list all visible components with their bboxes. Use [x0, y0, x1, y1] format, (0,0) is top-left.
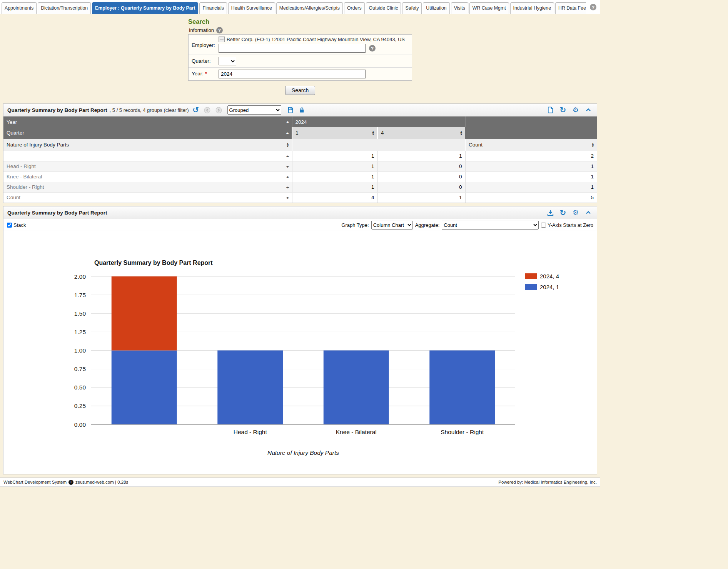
tab-orders[interactable]: Orders — [344, 2, 365, 14]
yaxis-zero-checkbox[interactable] — [541, 223, 546, 228]
row-label: Head - Right — [7, 163, 36, 169]
year-input[interactable] — [219, 70, 366, 78]
tab-appointments[interactable]: Appointments — [2, 2, 37, 14]
chart-panel: Quarterly Summary by Body Part Report ↻ … — [3, 206, 597, 474]
help-icon[interactable]: ? — [590, 4, 596, 10]
row-count-value: 1 — [465, 161, 597, 171]
legend-swatch — [525, 273, 537, 279]
app: AppointmentsDictation/TranscriptionEmplo… — [0, 0, 600, 487]
next-page-icon — [214, 105, 224, 115]
quarter-4-header: 4 — [381, 130, 384, 136]
column-handle-icon[interactable]: ◂▸ — [286, 120, 289, 124]
row-count-value: 1 — [465, 182, 597, 192]
column-handle-icon[interactable]: ◂▸ — [286, 185, 289, 189]
gear-icon[interactable]: ⚙ — [571, 208, 580, 217]
legend-label: 2024, 4 — [540, 273, 559, 280]
legend-swatch — [525, 284, 537, 290]
graph-type-select[interactable]: Column Chart — [371, 221, 413, 230]
table-row: ◂▸112 — [3, 151, 597, 161]
tab-safety[interactable]: Safety — [402, 2, 422, 14]
bar-segment — [429, 351, 495, 425]
remove-employer-button[interactable]: — — [219, 37, 225, 42]
x-category-label: Shoulder - Right — [441, 429, 484, 435]
row-q1-value: 1 — [292, 161, 377, 171]
bar-segment — [112, 351, 177, 425]
tab-industrial-hygiene[interactable]: Industrial Hygiene — [510, 2, 554, 14]
column-handle-icon[interactable]: ◂▸ — [286, 154, 289, 158]
tab-hr-data-feed[interactable]: HR Data Feed — [555, 2, 586, 14]
column-handle-icon[interactable]: ◂▸ — [286, 175, 289, 179]
information-label: Information — [189, 27, 214, 33]
yaxis-zero-toggle[interactable]: Y-Axis Starts at Zero — [541, 222, 593, 228]
aggregate-select[interactable]: Count — [442, 221, 539, 230]
quarter-group-row: Quarter◂▸ 1▴▾ 4▴▾ — [3, 127, 597, 139]
tabs: AppointmentsDictation/TranscriptionEmplo… — [2, 2, 586, 14]
search-form: Employer: — Better Corp. (EO-1) 12001 Pa… — [188, 34, 412, 81]
tab-employer-quarterly-summary-by-body-part[interactable]: Employer : Quarterly Summary by Body Par… — [92, 2, 198, 14]
grouped-select[interactable]: Grouped — [227, 105, 281, 115]
row-q1-value: 4 — [292, 192, 377, 203]
year-row-label: Year — [7, 119, 17, 125]
quarter-1-header: 1 — [296, 130, 299, 136]
row-q4-value: 0 — [377, 171, 465, 182]
employer-label: Employer: — [192, 41, 219, 48]
employer-input[interactable] — [219, 44, 366, 53]
tab-outside-clinic[interactable]: Outside Clinic — [366, 2, 401, 14]
search-button[interactable]: Search — [285, 86, 315, 95]
row-count-value: 5 — [465, 192, 597, 203]
download-icon[interactable] — [546, 208, 555, 217]
search-box: Search Information ? Employer: — Better … — [188, 18, 412, 95]
year-row: Year: * — [189, 68, 412, 80]
footer: WebChart Development System i zeus.med-w… — [0, 477, 600, 487]
column-handle-icon[interactable]: ◂▸ — [286, 131, 289, 135]
tab-medications-allergies-scripts[interactable]: Medications/Allergies/Scripts — [276, 2, 343, 14]
legend-label: 2024, 1 — [540, 284, 559, 290]
row-q4-value: 0 — [377, 182, 465, 192]
row-q4-value: 1 — [377, 192, 465, 203]
sort-icon[interactable]: ▴▾ — [372, 130, 374, 136]
collapse-icon[interactable] — [584, 208, 593, 217]
refresh-icon[interactable]: ↻ — [558, 105, 568, 115]
undo-icon[interactable]: ↺ — [191, 105, 200, 115]
collapse-icon[interactable] — [584, 105, 593, 115]
column-handle-icon[interactable]: ◂▸ — [286, 196, 289, 200]
y-tick-label: 0.00 — [74, 421, 86, 428]
clear-filter-link[interactable]: clear filter — [165, 107, 187, 113]
tab-dictation-transcription[interactable]: Dictation/Transcription — [38, 2, 91, 14]
footer-app-name: WebChart Development System — [3, 480, 67, 484]
bar-segment — [324, 351, 389, 425]
new-document-icon[interactable] — [546, 105, 555, 115]
quarter-row-label: Quarter — [7, 130, 24, 136]
previous-page-icon — [203, 105, 212, 115]
refresh-icon[interactable]: ↻ — [558, 208, 568, 217]
sort-icon[interactable]: ▴▾ — [460, 130, 462, 136]
sort-icon[interactable]: ▴▾ — [287, 142, 289, 148]
tab-financials[interactable]: Financials — [199, 2, 227, 14]
information-help-icon[interactable]: ? — [216, 27, 223, 33]
footer-host: zeus.med-web.com | 0.28s — [75, 480, 128, 484]
footer-powered-by: Powered by: Medical Informatics Engineer… — [498, 480, 597, 484]
quarter-select[interactable] — [219, 57, 236, 65]
stack-toggle[interactable]: Stack — [7, 222, 26, 228]
stack-checkbox[interactable] — [7, 223, 12, 228]
info-icon[interactable]: i — [68, 480, 73, 485]
tab-health-surveillance[interactable]: Health Surveillance — [228, 2, 275, 14]
bar-segment — [112, 276, 177, 351]
y-tick-label: 1.50 — [74, 310, 86, 317]
gear-icon[interactable]: ⚙ — [571, 105, 580, 115]
row-q1-value: 1 — [292, 182, 377, 192]
report-table-header: Quarterly Summary by Body Part Report , … — [3, 104, 597, 116]
tab-utilization[interactable]: Utilization — [423, 2, 449, 14]
sort-icon[interactable]: ▴▾ — [592, 142, 594, 148]
tab-wr-case-mgmt[interactable]: WR Case Mgmt — [469, 2, 509, 14]
tab-visits[interactable]: Visits — [451, 2, 468, 14]
employer-help-icon[interactable]: ? — [369, 45, 376, 52]
save-icon[interactable] — [286, 105, 295, 115]
table-row: Knee - Bilateral◂▸101 — [3, 171, 597, 182]
row-q4-value: 1 — [377, 151, 465, 161]
y-tick-label: 1.75 — [74, 292, 86, 298]
aggregate-label: Aggregate: — [415, 222, 440, 228]
lock-icon[interactable] — [297, 105, 307, 115]
row-label: Shoulder - Right — [7, 184, 44, 190]
column-handle-icon[interactable]: ◂▸ — [286, 165, 289, 168]
